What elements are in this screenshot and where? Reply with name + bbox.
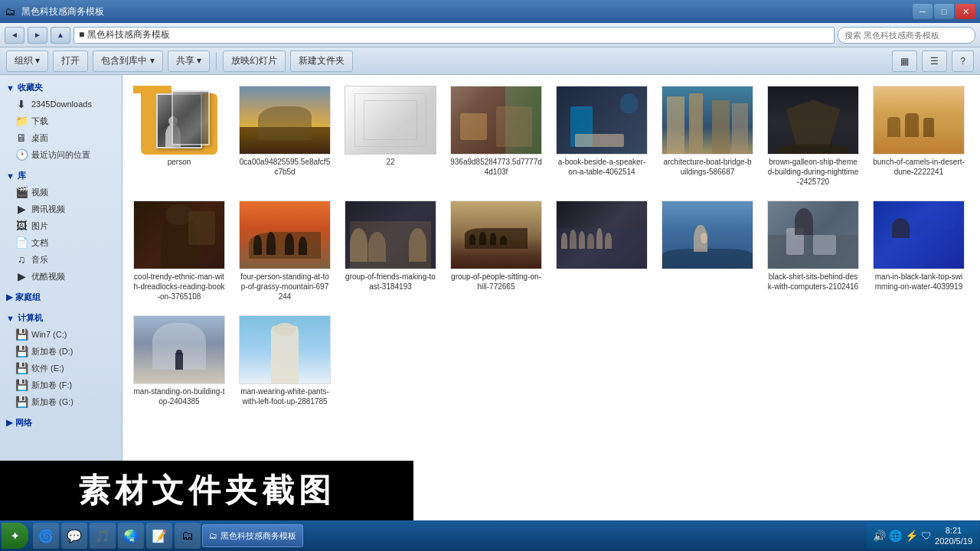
computer-arrow: ▼ — [6, 314, 15, 323]
title-bar: 🗂 黑色科技感商务模板 ─ □ ✕ — [0, 0, 980, 23]
sidebar-item-youku[interactable]: ▶ 优酷视频 — [0, 268, 122, 285]
homegroup-header[interactable]: ▶ 家庭组 — [0, 289, 122, 305]
sidebar-item-win7c[interactable]: 💾 Win7 (C:) — [0, 326, 122, 343]
sidebar-item-download-label: 下载 — [31, 116, 48, 127]
library-header[interactable]: ▼ 库 — [0, 168, 122, 184]
file-thumbnail-building — [133, 315, 225, 384]
list-item[interactable]: 22 — [341, 83, 439, 190]
youku-icon: ▶ — [15, 270, 28, 282]
taskbar-icon-0[interactable]: 🌀 — [33, 523, 59, 549]
list-item[interactable]: group-of-friends-making-toast-3184193 — [341, 197, 439, 305]
sidebar-item-tencent-video[interactable]: ▶ 腾讯视频 — [0, 201, 122, 217]
list-item[interactable]: bunch-of-camels-in-desert-dune-2222241 — [870, 83, 968, 190]
list-item[interactable]: black-shirt-sits-behind-desk-with-comput… — [764, 197, 862, 305]
list-item[interactable]: man-wearing-white-pants-with-left-foot-u… — [236, 312, 334, 409]
maximize-button[interactable]: □ — [934, 4, 954, 19]
sidebar-item-music[interactable]: ♫ 音乐 — [0, 251, 122, 268]
sidebar-item-newG-label: 新加卷 (G:) — [31, 396, 74, 408]
list-item[interactable]: architecture-boat-bridge-buildings-58668… — [658, 83, 756, 190]
music-icon: ♫ — [15, 253, 28, 266]
file-grid: person 0ca00a94825595.5e8afcf5c7b5d — [130, 83, 972, 409]
file-name-camels: bunch-of-camels-in-desert-dune-2222241 — [873, 157, 965, 177]
favorites-header[interactable]: ▼ 收藏夹 — [0, 80, 122, 96]
view-details-button[interactable]: ☰ — [922, 51, 947, 72]
include-library-button[interactable]: 包含到库中 ▾ — [93, 51, 162, 72]
sidebar-item-docs-label: 文档 — [31, 237, 48, 249]
tray-icon-2[interactable]: ⚡ — [905, 530, 918, 542]
close-button[interactable]: ✕ — [956, 4, 975, 19]
sidebar-item-desktop[interactable]: 🖥 桌面 — [0, 129, 122, 146]
sidebar-item-pictures[interactable]: 🖼 图片 — [0, 217, 122, 234]
library-section: ▼ 库 🎬 视频 ▶ 腾讯视频 🖼 图片 📄 文档 — [0, 168, 122, 285]
favorites-section: ▼ 收藏夹 ⬇ 2345Downloads 📁 下载 🖥 桌面 🕐 最 — [0, 80, 122, 163]
taskbar-icon-5[interactable]: 🗂 — [175, 523, 201, 549]
view-icon-button[interactable]: ▦ — [892, 51, 917, 72]
file-thumbnail-arch — [662, 86, 753, 155]
file-thumbnail-wave — [662, 201, 753, 269]
share-button[interactable]: 共享 ▾ — [168, 51, 210, 72]
tray-icon-0[interactable]: 🔊 — [873, 530, 886, 542]
search-input[interactable] — [838, 27, 975, 44]
sidebar-item-newF[interactable]: 💾 新加卷 (F:) — [0, 377, 122, 393]
homegroup-section: ▶ 家庭组 — [0, 289, 122, 305]
sidebar-item-newd[interactable]: 💾 新加卷 (D:) — [0, 343, 122, 360]
favorites-arrow: ▼ — [6, 83, 15, 93]
help-button[interactable]: ? — [952, 51, 974, 72]
file-thumbnail-cool — [133, 201, 225, 269]
minimize-button[interactable]: ─ — [913, 4, 933, 19]
list-item[interactable]: person — [130, 83, 228, 190]
up-button[interactable]: ▲ — [51, 27, 70, 44]
organize-button[interactable]: 组织 ▾ — [6, 51, 48, 72]
address-input[interactable] — [74, 27, 835, 44]
slideshow-button[interactable]: 放映幻灯片 — [223, 51, 286, 72]
list-item[interactable]: man-standing-on-building-top-2404385 — [130, 312, 228, 409]
list-item[interactable]: man-in-black-tank-top-swimming-on-water-… — [870, 197, 968, 305]
sidebar-item-newG[interactable]: 💾 新加卷 (G:) — [0, 393, 122, 410]
folder-icon: 📁 — [15, 115, 28, 127]
file-thumbnail-desk — [767, 201, 859, 269]
taskbar-active-window[interactable]: 🗂 黑色科技感商务模板 — [202, 524, 303, 547]
list-item[interactable] — [553, 197, 651, 305]
file-thumbnail-camels — [873, 86, 965, 155]
back-button[interactable]: ◄ — [5, 27, 24, 44]
open-button[interactable]: 打开 — [53, 51, 88, 72]
tray-time-display: 8:21 — [935, 525, 972, 536]
sidebar-item-2345downloads[interactable]: ⬇ 2345Downloads — [0, 96, 122, 112]
new-folder-button[interactable]: 新建文件夹 — [290, 51, 353, 72]
sidebar-item-newF-label: 新加卷 (F:) — [31, 380, 72, 391]
file-name-936a9: 936a9d85284773.5d7777d4d103f — [450, 157, 542, 177]
download-icon: ⬇ — [15, 98, 28, 110]
taskbar-icon-3[interactable]: 🌏 — [118, 523, 144, 549]
list-item[interactable]: four-person-standing-at-top-of-grassy-mo… — [236, 197, 334, 305]
sidebar-item-newd-label: 新加卷 (D:) — [31, 346, 73, 357]
taskbar-window-label: 黑色科技感商务模板 — [220, 530, 296, 542]
sidebar-item-video[interactable]: 🎬 视频 — [0, 184, 122, 201]
sidebar-item-recent[interactable]: 🕐 最近访问的位置 — [0, 146, 122, 163]
sidebar-item-softwareE[interactable]: 💾 软件 (E:) — [0, 360, 122, 377]
start-icon: ✦ — [11, 530, 19, 542]
computer-header[interactable]: ▼ 计算机 — [0, 310, 122, 326]
list-item[interactable]: cool-trendy-ethnic-man-with-dreadlocks-r… — [130, 197, 228, 305]
tray-icon-3[interactable]: 🛡 — [921, 530, 932, 542]
sidebar-item-tencent-label: 腾讯视频 — [31, 204, 65, 215]
sidebar-item-download[interactable]: 📁 下载 — [0, 112, 122, 129]
list-item[interactable]: 936a9d85284773.5d7777d4d103f — [447, 83, 545, 190]
list-item[interactable]: group-of-people-sitting-on-hill-772665 — [447, 197, 545, 305]
forward-button[interactable]: ► — [28, 27, 47, 44]
list-item[interactable] — [658, 197, 756, 305]
file-thumbnail-four — [239, 201, 331, 269]
window: 🗂 黑色科技感商务模板 ─ □ ✕ ◄ ► ▲ 组织 ▾ 打开 包含到库中 ▾ … — [0, 0, 980, 551]
network-header[interactable]: ▶ 网络 — [0, 415, 122, 431]
taskbar-icon-1[interactable]: 💬 — [61, 523, 87, 549]
list-item[interactable]: a-book-beside-a-speaker-on-a-table-40625… — [553, 83, 651, 190]
window-title: 黑色科技感商务模板 — [21, 5, 910, 18]
taskbar-icon-4[interactable]: 📝 — [146, 523, 172, 549]
taskbar-icon-2[interactable]: 🎵 — [90, 523, 116, 549]
list-item[interactable]: brown-galleon-ship-themed-building-durin… — [764, 83, 862, 190]
start-button[interactable]: ✦ — [2, 523, 28, 549]
recent-icon: 🕐 — [15, 148, 28, 161]
list-item[interactable]: 0ca00a94825595.5e8afcf5c7b5d — [236, 83, 334, 190]
file-name-group-toast: group-of-friends-making-toast-3184193 — [345, 272, 436, 292]
sidebar-item-docs[interactable]: 📄 文档 — [0, 234, 122, 251]
tray-icon-1[interactable]: 🌐 — [889, 530, 902, 542]
